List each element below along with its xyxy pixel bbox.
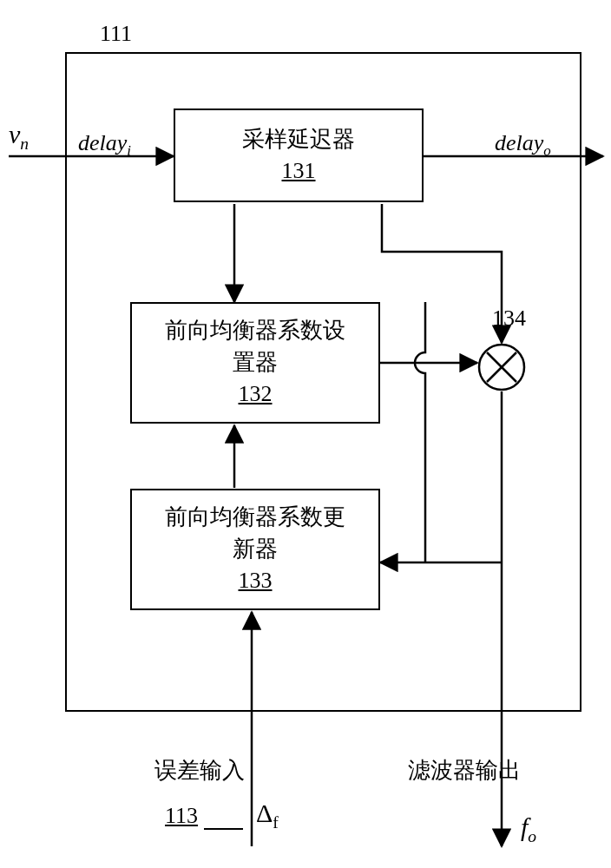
input-vn-label: vn <box>9 120 29 154</box>
delta-f-label: Δf <box>256 799 279 832</box>
ref-113-label: 113 <box>165 803 198 829</box>
error-input-label: 误差输入 <box>154 755 245 786</box>
filter-output-label: 滤波器输出 <box>408 755 521 786</box>
box-sampling-delay: 采样延迟器 131 <box>174 108 424 202</box>
box-coef-setter: 前向均衡器系数设 置器 132 <box>130 302 380 424</box>
delay-in-label: delayi <box>78 130 131 160</box>
box133-ref: 133 <box>239 565 273 596</box>
box-coef-updater: 前向均衡器系数更 新器 133 <box>130 489 380 610</box>
multiplier-symbol <box>477 343 526 391</box>
mult-ref-label: 134 <box>492 306 526 332</box>
delay-out-label: delayo <box>495 130 551 160</box>
box132-ref: 132 <box>239 378 273 410</box>
box131-ref: 131 <box>282 155 316 187</box>
fo-label: fo <box>521 812 536 846</box>
outer-ref-label: 111 <box>100 21 132 47</box>
box132-line2: 置器 <box>233 347 278 378</box>
box133-line1: 前向均衡器系数更 <box>165 502 345 533</box>
box133-line2: 新器 <box>233 534 278 565</box>
box131-title: 采样延迟器 <box>242 124 355 155</box>
box132-line1: 前向均衡器系数设 <box>165 315 345 346</box>
